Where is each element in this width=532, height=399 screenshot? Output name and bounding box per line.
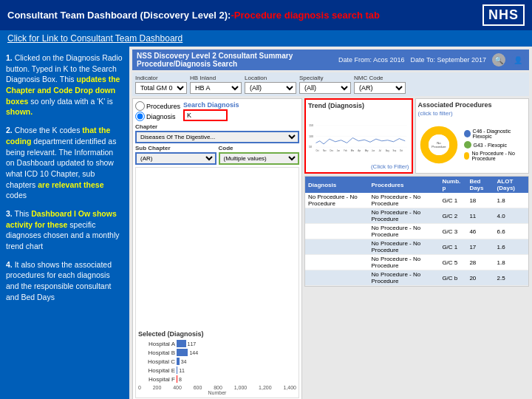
sub-chapter-select[interactable]: (AR) — [135, 152, 216, 165]
table-row: No Procedure - No ProcedureG/C 5281.8 — [305, 255, 528, 270]
table-cell: 4.0 — [494, 208, 528, 224]
donut-label-g43: G43 - Flexopic — [464, 141, 527, 149]
specialty-select[interactable]: (All) — [299, 82, 351, 94]
bar-chart-title: Selected (Diagnosis) — [138, 330, 296, 338]
col-procedures: Procedures — [368, 177, 433, 193]
sub-header[interactable]: Click for Link to Consultant Team Dashbo… — [0, 30, 532, 47]
table-cell: No Procedure - No Procedure — [368, 208, 433, 224]
svg-text:Jun: Jun — [372, 149, 375, 152]
bars-container: Hospital A117Hospital B144Hospital C34Ho… — [138, 339, 296, 383]
svg-text:Mar: Mar — [351, 149, 355, 152]
bar-fill — [177, 349, 188, 356]
svg-text:Jan: Jan — [337, 149, 341, 152]
svg-text:Jul: Jul — [379, 149, 382, 152]
svg-text:150: 150 — [309, 124, 313, 127]
chapter-select[interactable]: Diseases Of The Digestive... — [135, 131, 299, 143]
trend-click-filter[interactable]: (Click to Filter) — [308, 163, 409, 170]
bar-value: 11 — [179, 368, 185, 373]
table-cell: No Procedure - No Procedure — [368, 270, 433, 286]
table-cell: 20 — [466, 270, 494, 286]
assoc-area: Associated Procedures (click to filter) — [415, 98, 530, 174]
location-filter: Location (All) — [245, 75, 296, 94]
trend-title: Trend (Diagnosis) — [308, 102, 409, 109]
svg-text:Oct: Oct — [316, 149, 319, 152]
hb-select[interactable]: HB A — [190, 82, 242, 94]
date-from-value: Acos 2016 — [373, 56, 405, 64]
table-row: No Procedure - No ProcedureG/C b202.5 — [305, 270, 528, 286]
bar-label: Hospital E — [138, 367, 175, 374]
bar-value: 144 — [189, 350, 198, 355]
trend-svg: 150 100 50 Oc — [308, 111, 409, 163]
assoc-filter-label[interactable]: (click to filter) — [418, 110, 527, 117]
table-row: No Procedure - No ProcedureG/C 2114.0 — [305, 208, 528, 224]
c46-color — [464, 130, 471, 137]
step-1: 1. Clicked on the Diagnosis Radio button… — [6, 52, 123, 117]
header-title: Consultant Team Dashboard (Discovery Lev… — [7, 10, 380, 21]
table-cell: 6.6 — [494, 224, 528, 239]
code-select[interactable]: (Multiple values) — [219, 152, 300, 165]
user-icon[interactable]: 👤 — [511, 53, 525, 66]
g43-label: G43 - Flexopic — [474, 143, 508, 148]
bar-value: 34 — [181, 359, 187, 364]
indicator-select[interactable]: Total GM 01 Episodes — [135, 82, 187, 94]
bar-row: Hospital C34 — [138, 357, 296, 366]
nmc-select[interactable]: (AR) — [354, 82, 406, 94]
svg-text:50: 50 — [309, 146, 312, 149]
top-right-row: Trend (Diagnosis) 150 100 50 — [304, 98, 529, 174]
nmc-label: NMC Code — [354, 75, 406, 81]
col-alot: ALOT (Days) — [494, 177, 528, 193]
indicator-filter: Indicator Total GM 01 Episodes — [135, 75, 187, 94]
svg-text:Procedure: Procedure — [432, 145, 446, 149]
bar-label: Hospital A — [138, 341, 175, 347]
table-cell — [305, 224, 368, 239]
hb-filter: HB Inland HB A — [190, 75, 242, 94]
bar-row: Hospital A117 — [138, 339, 296, 348]
code-label: Code — [219, 145, 300, 151]
bar-row: Hospital E11 — [138, 366, 296, 375]
table-cell: 1.8 — [494, 255, 528, 270]
step-2-text: 2. Chose the K codes that the coding dep… — [6, 125, 123, 201]
specialty-filter: Specialty (All) — [299, 75, 351, 94]
bar-fill — [177, 375, 177, 383]
table-cell: G/C b — [439, 270, 466, 286]
table-cell: 46 — [466, 224, 494, 239]
search-icon[interactable]: 🔍 — [492, 53, 505, 66]
table-cell: No Procedure - No Procedure — [368, 193, 433, 208]
search-diag-label: Search Diagnosis — [183, 101, 239, 109]
step-2: 2. Chose the K codes that the coding dep… — [6, 125, 123, 201]
table-cell: 2.5 — [494, 270, 528, 286]
dash-title: NSS Discovery Level 2 Consultant Summary… — [137, 52, 334, 68]
consultant-dashboard-link[interactable]: Click for Link to Consultant Team Dashbo… — [7, 33, 183, 44]
table-cell — [305, 255, 368, 270]
bar-fill — [177, 340, 186, 347]
chart-x-label: Number — [138, 390, 296, 395]
table-cell — [433, 255, 439, 270]
right-panel: NSS Discovery Level 2 Consultant Summary… — [129, 47, 532, 399]
donut-label-c46: C46 - Diagnostic Flexopic — [464, 129, 527, 139]
donut-labels: C46 - Diagnostic Flexopic G43 - Flexopic… — [464, 129, 527, 161]
table-cell: G/C 3 — [439, 224, 466, 239]
radio-diagnosis-label[interactable]: Diagnosis — [135, 112, 180, 121]
assoc-title: Associated Procedures — [418, 101, 527, 109]
radio-procedures-label[interactable]: Procedures — [135, 101, 180, 111]
bar-value: 117 — [188, 341, 197, 347]
main-container: 1. Clicked on the Diagnosis Radio button… — [0, 47, 532, 399]
svg-text:No: No — [437, 141, 441, 145]
step-4-text: 4. It also shows the associated procedur… — [6, 259, 123, 303]
no-proc-color — [464, 152, 470, 160]
radio-procedures[interactable] — [135, 101, 145, 111]
chapter-label: Chapter — [135, 123, 299, 130]
table-cell: G/C 5 — [439, 255, 466, 270]
radio-diagnosis[interactable] — [135, 112, 145, 121]
donut-label-no-proc: No Procedure - No Procedure — [464, 151, 527, 161]
table-cell: No Procedure - No Procedure — [305, 193, 368, 208]
svg-text:Aug: Aug — [386, 149, 389, 152]
svg-text:Oct: Oct — [400, 149, 403, 152]
table-cell — [305, 208, 368, 224]
search-diagnosis-input[interactable] — [183, 109, 228, 121]
location-select[interactable]: (All) — [245, 82, 296, 94]
trend-area: Trend (Diagnosis) 150 100 50 — [304, 98, 413, 174]
bar-label: Hospital C — [138, 358, 175, 365]
donut-svg: No Procedure — [418, 119, 460, 171]
header-title-text: Consultant Team Dashboard (Discovery Lev… — [7, 10, 231, 21]
